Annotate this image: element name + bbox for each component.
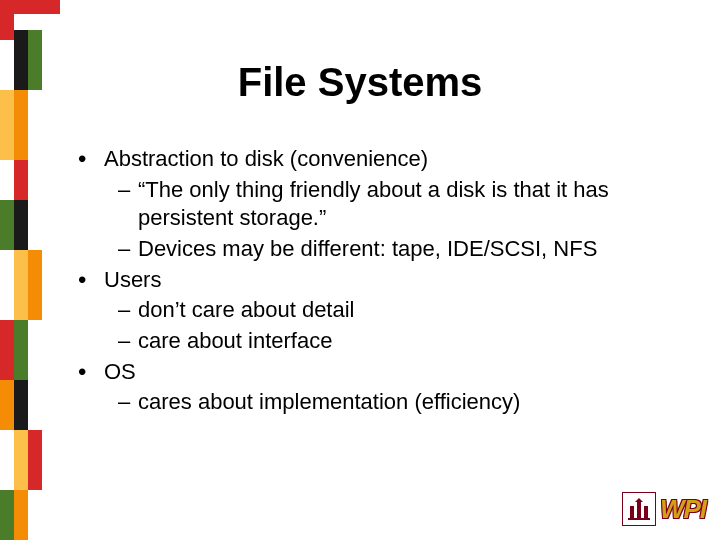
bullet-item: • Abstraction to disk (convenience) — [78, 145, 680, 174]
sub-text: don’t care about detail — [138, 296, 680, 325]
bullet-item: • OS — [78, 358, 680, 387]
sub-item: – don’t care about detail — [118, 296, 680, 325]
bullet-dot-icon: • — [78, 358, 104, 387]
dash-icon: – — [118, 296, 138, 325]
svg-marker-3 — [635, 498, 643, 502]
wpi-logo-text: WPI — [660, 494, 706, 525]
stripe — [14, 200, 28, 250]
stripe — [28, 250, 42, 320]
bullet-dot-icon: • — [78, 145, 104, 174]
bullet-text: OS — [104, 358, 680, 387]
sub-text: Devices may be different: tape, IDE/SCSI… — [138, 235, 680, 264]
sub-item: – care about interface — [118, 327, 680, 356]
sub-text: care about interface — [138, 327, 680, 356]
stripe — [14, 430, 28, 490]
bullet-dot-icon: • — [78, 266, 104, 295]
stripe — [14, 160, 28, 200]
stripe — [0, 0, 14, 40]
svg-rect-2 — [644, 506, 648, 518]
svg-rect-1 — [637, 502, 641, 518]
dash-icon: – — [118, 235, 138, 264]
dash-icon: – — [118, 327, 138, 356]
stripe — [0, 200, 14, 250]
sub-item: – “The only thing friendly about a disk … — [118, 176, 680, 233]
wpi-seal-icon — [622, 492, 656, 526]
bullet-item: • Users — [78, 266, 680, 295]
wpi-logo: WPI — [622, 492, 706, 526]
stripe — [0, 320, 14, 380]
sub-item: – Devices may be different: tape, IDE/SC… — [118, 235, 680, 264]
stripe — [14, 490, 28, 540]
stripe — [0, 380, 14, 430]
svg-rect-0 — [630, 506, 634, 518]
bullet-text: Users — [104, 266, 680, 295]
slide-content: • Abstraction to disk (convenience) – “T… — [78, 145, 680, 419]
dash-icon: – — [118, 388, 138, 417]
stripe — [14, 250, 28, 320]
bullet-text: Abstraction to disk (convenience) — [104, 145, 680, 174]
sub-text: “The only thing friendly about a disk is… — [138, 176, 680, 233]
sub-item: – cares about implementation (efficiency… — [118, 388, 680, 417]
stripe — [0, 490, 14, 540]
stripe — [28, 430, 42, 490]
sub-text: cares about implementation (efficiency) — [138, 388, 680, 417]
slide-title: File Systems — [0, 60, 720, 105]
dash-icon: – — [118, 176, 138, 233]
stripe — [14, 380, 28, 430]
stripe — [14, 320, 28, 380]
svg-rect-4 — [628, 518, 650, 520]
